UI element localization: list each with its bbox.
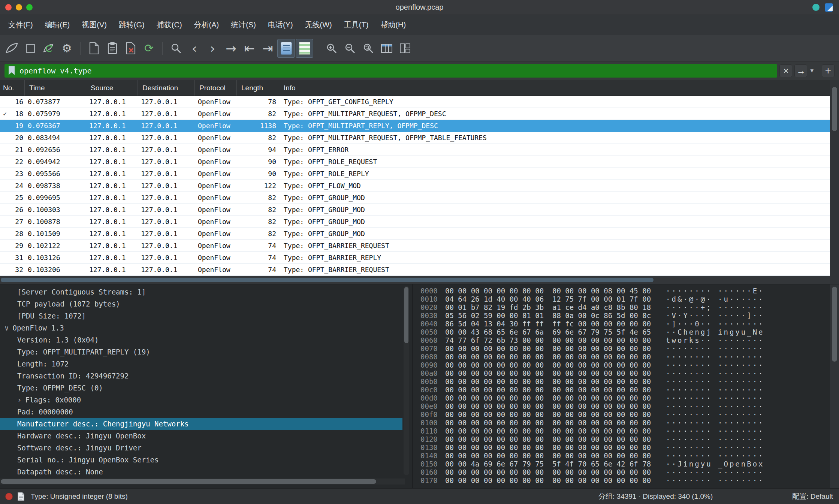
detail-line[interactable]: Type: OFPT_MULTIPART_REPLY (19) [0,346,402,358]
hex-ascii[interactable]: tworks·· ········ [666,336,764,344]
hex-vertical-scrollbar[interactable] [830,284,839,488]
hex-row[interactable]: 00c000 00 00 00 00 00 00 00 00 00 00 00 … [413,386,839,394]
packet-row[interactable]: 25 0.099695 127.0.0.1 127.0.0.1 OpenFlow… [0,192,830,204]
column-header-destination[interactable]: Destination [138,80,195,96]
detail-line[interactable]: Type: OFPMP_DESC (0) [0,382,402,394]
menu-item[interactable]: 视图(V) [76,17,113,33]
hex-ascii[interactable]: ········ ········ [666,344,764,353]
menu-item[interactable]: 捕获(C) [151,17,188,33]
packet-row[interactable]: 31 0.103126 127.0.0.1 127.0.0.1 OpenFlow… [0,252,830,264]
save-file-button[interactable] [103,39,121,58]
packet-row[interactable]: 28 0.101509 127.0.0.1 127.0.0.1 OpenFlow… [0,228,830,240]
column-header-no[interactable]: No. [0,80,25,96]
filter-dropdown-caret[interactable]: ▾ [810,67,814,75]
hex-bytes[interactable]: 00 00 00 00 00 00 00 00 00 00 00 00 00 0… [445,369,651,377]
expander-icon[interactable]: › [17,396,21,404]
screen-recording-indicator-icon[interactable] [812,4,820,11]
detail-line[interactable]: Pad: 00000000 [0,406,402,418]
menu-item[interactable]: 编辑(E) [39,17,76,33]
hex-bytes[interactable]: 00 00 4a 69 6e 67 79 75 5f 4f 70 65 6e 4… [445,460,651,468]
detail-line[interactable]: ∨OpenFlow 1.3 [0,322,402,334]
scrollbar-handle[interactable] [1,479,376,484]
packet-row[interactable]: 32 0.103206 127.0.0.1 127.0.0.1 OpenFlow… [0,264,830,276]
hex-row[interactable]: 001004 64 26 1d 40 00 40 06 12 75 7f 00 … [413,295,839,303]
hex-row[interactable]: 005000 00 43 68 65 6e 67 6a 69 6e 67 79 … [413,328,839,336]
capture-options-button[interactable]: ⚙ [58,39,76,58]
hex-row[interactable]: 017000 00 00 00 00 00 00 00 00 00 00 00 … [413,476,839,485]
packet-row[interactable]: 22 0.094942 127.0.0.1 127.0.0.1 OpenFlow… [0,156,830,168]
menu-item[interactable]: 跳转(G) [113,17,151,33]
reload-file-button[interactable]: ⟳ [140,39,158,58]
hex-row[interactable]: 009000 00 00 00 00 00 00 00 00 00 00 00 … [413,361,839,369]
hex-bytes[interactable]: 74 77 6f 72 6b 73 00 00 00 00 00 00 00 0… [445,336,651,344]
menu-item[interactable]: 工具(T) [338,17,375,33]
packet-list-horizontal-scrollbar[interactable] [0,276,830,284]
capture-comment-button[interactable] [17,492,25,501]
hex-bytes[interactable]: 00 01 b7 82 19 fd 2b 3b a1 ce d4 a0 c8 8… [445,303,651,311]
menu-item[interactable]: 电话(Y) [262,17,299,33]
hex-row[interactable]: 015000 00 4a 69 6e 67 79 75 5f 4f 70 65 … [413,460,839,468]
packet-row[interactable]: 27 0.100878 127.0.0.1 127.0.0.1 OpenFlow… [0,216,830,228]
details-horizontal-scrollbar[interactable] [0,479,405,485]
hex-bytes[interactable]: 00 00 00 00 00 00 00 00 00 00 00 00 00 0… [445,410,651,419]
hex-ascii[interactable]: ········ ········ [666,435,764,443]
hex-ascii[interactable]: ··Chengj ingyu_Ne [666,328,764,336]
menu-item[interactable]: 帮助(H) [374,17,412,33]
column-header-length[interactable]: Length [237,80,279,96]
hex-bytes[interactable]: 86 5d 04 13 04 30 ff ff ff fc 00 00 00 0… [445,320,651,328]
hex-ascii[interactable]: ······+; ········ [666,303,764,311]
capture-restart-button[interactable] [40,39,57,58]
hex-row[interactable]: 00b000 00 00 00 00 00 00 00 00 00 00 00 … [413,377,839,386]
packet-row[interactable]: 19 0.076367 127.0.0.1 127.0.0.1 OpenFlow… [0,120,830,132]
hex-row[interactable]: 013000 00 00 00 00 00 00 00 00 00 00 00 … [413,443,839,452]
packet-row[interactable]: 16 0.073877 127.0.0.1 127.0.0.1 OpenFlow… [0,96,830,108]
hex-bytes[interactable]: 00 00 00 00 00 00 00 00 00 00 00 00 08 0… [445,287,651,295]
hex-ascii[interactable]: ········ ······E· [666,287,764,295]
first-packet-button[interactable]: ⇤ [241,39,258,58]
scrollbar-handle[interactable] [404,287,408,343]
close-window-button[interactable] [5,4,12,10]
add-filter-button[interactable]: + [822,64,835,77]
hex-ascii[interactable]: ········ ········ [666,353,764,361]
details-vertical-scrollbar[interactable] [404,286,409,475]
layout-123-button[interactable] [396,39,414,58]
detail-line[interactable]: Datapath desc.: None [0,466,402,478]
hex-bytes[interactable]: 04 64 26 1d 40 00 40 06 12 75 7f 00 00 0… [445,295,651,303]
menu-item[interactable]: 无线(W) [299,17,338,33]
hex-ascii[interactable]: ·V·Y···· ·····]·· [666,311,764,320]
menu-item[interactable]: 文件(F) [2,17,39,33]
hex-bytes[interactable]: 00 00 00 00 00 00 00 00 00 00 00 00 00 0… [445,377,651,386]
hex-bytes[interactable]: 00 00 00 00 00 00 00 00 00 00 00 00 00 0… [445,402,651,410]
hex-bytes[interactable]: 00 00 00 00 00 00 00 00 00 00 00 00 00 0… [445,452,651,460]
capture-stop-button[interactable] [21,39,39,58]
column-header-protocol[interactable]: Protocol [195,80,237,96]
hex-ascii[interactable]: ········ ········ [666,427,764,435]
packet-row[interactable]: 26 0.100303 127.0.0.1 127.0.0.1 OpenFlow… [0,204,830,216]
hex-row[interactable]: 012000 00 00 00 00 00 00 00 00 00 00 00 … [413,435,839,443]
zoom-in-button[interactable] [323,39,340,58]
hex-row[interactable]: 008000 00 00 00 00 00 00 00 00 00 00 00 … [413,353,839,361]
hex-ascii[interactable]: ········ ········ [666,402,764,410]
column-header-time[interactable]: Time [25,80,86,96]
detail-line[interactable]: Serial no.: Jingyu OpenBox Series [0,454,402,466]
go-back-button[interactable]: ‹ [185,39,203,58]
profile-status[interactable]: 配置: Default [792,492,834,501]
minimize-window-button[interactable] [16,4,22,10]
find-packet-button[interactable] [167,39,185,58]
packet-row[interactable]: 23 0.095566 127.0.0.1 127.0.0.1 OpenFlow… [0,168,830,180]
hex-row[interactable]: 010000 00 00 00 00 00 00 00 00 00 00 00 … [413,419,839,427]
hex-ascii[interactable]: ········ ········ [666,361,764,369]
hex-ascii[interactable]: ········ ········ [666,468,764,476]
hex-bytes[interactable]: 00 00 00 00 00 00 00 00 00 00 00 00 00 0… [445,427,651,435]
packet-row[interactable]: 29 0.102122 127.0.0.1 127.0.0.1 OpenFlow… [0,240,830,252]
hex-bytes[interactable]: 00 00 00 00 00 00 00 00 00 00 00 00 00 0… [445,353,651,361]
filter-value[interactable]: openflow_v4.type [19,66,92,75]
detail-line[interactable]: Transaction ID: 4294967292 [0,370,402,382]
hex-row[interactable]: 006074 77 6f 72 6b 73 00 00 00 00 00 00 … [413,336,839,344]
hex-row[interactable]: 00d000 00 00 00 00 00 00 00 00 00 00 00 … [413,394,839,402]
column-header-source[interactable]: Source [86,80,138,96]
hex-ascii[interactable]: ········ ········ [666,419,764,427]
hex-ascii[interactable]: ··Jingyu _OpenBox [666,460,764,468]
hex-bytes[interactable]: 00 00 43 68 65 6e 67 6a 69 6e 67 79 75 5… [445,328,651,336]
auto-scroll-toggle[interactable] [277,39,295,58]
